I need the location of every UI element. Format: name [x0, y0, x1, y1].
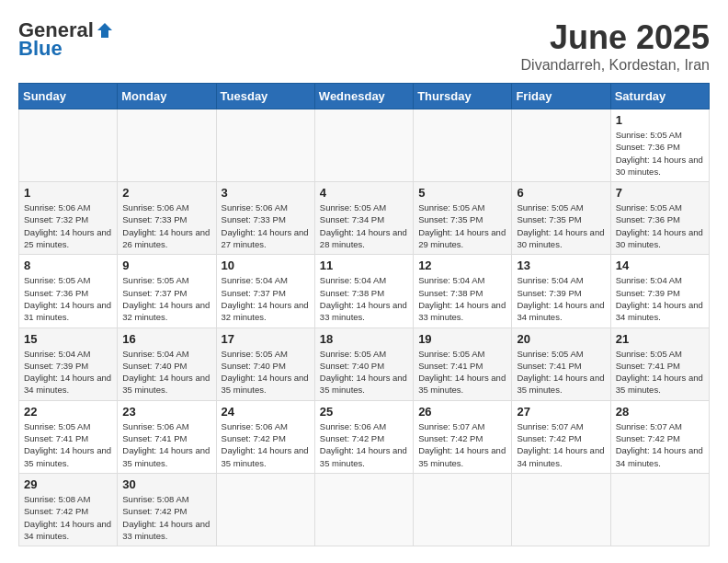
calendar-cell [610, 473, 709, 546]
page-header: General Blue June 2025 Divandarreh, Kord… [18, 18, 710, 74]
day-number: 10 [222, 259, 310, 272]
calendar-cell: 28 Sunrise: 5:07 AM Sunset: 7:42 PM Dayl… [610, 400, 709, 473]
calendar-cell: 12 Sunrise: 5:04 AM Sunset: 7:38 PM Dayl… [414, 255, 512, 327]
calendar-week-3: 8 Sunrise: 5:05 AM Sunset: 7:36 PM Dayli… [19, 255, 710, 327]
calendar-cell: 22 Sunrise: 5:05 AM Sunset: 7:41 PM Dayl… [19, 400, 118, 473]
day-number: 28 [616, 405, 704, 419]
day-number: 7 [616, 186, 704, 200]
calendar-cell: 4 Sunrise: 5:05 AM Sunset: 7:34 PM Dayli… [314, 182, 413, 255]
calendar-cell: 10 Sunrise: 5:04 AM Sunset: 7:37 PM Dayl… [216, 255, 314, 327]
day-info: Sunrise: 5:05 AM Sunset: 7:37 PM Dayligh… [122, 274, 210, 323]
calendar-cell: 26 Sunrise: 5:07 AM Sunset: 7:42 PM Dayl… [414, 400, 512, 473]
day-number: 9 [122, 259, 210, 272]
day-info: Sunrise: 5:06 AM Sunset: 7:42 PM Dayligh… [320, 420, 408, 469]
calendar-cell: 21 Sunrise: 5:05 AM Sunset: 7:41 PM Dayl… [610, 327, 709, 400]
svg-marker-0 [97, 23, 112, 38]
day-info: Sunrise: 5:05 AM Sunset: 7:36 PM Dayligh… [616, 129, 704, 178]
day-number: 22 [24, 405, 112, 419]
weekday-header-sunday: Sunday [19, 84, 118, 109]
logo-blue-text: Blue [18, 37, 63, 61]
day-info: Sunrise: 5:06 AM Sunset: 7:33 PM Dayligh… [122, 201, 210, 250]
day-number: 25 [320, 405, 408, 419]
day-number: 19 [418, 332, 506, 346]
day-number: 26 [418, 405, 506, 419]
day-number: 11 [320, 259, 408, 272]
day-info: Sunrise: 5:05 AM Sunset: 7:35 PM Dayligh… [517, 201, 605, 250]
calendar-cell [414, 109, 512, 182]
day-number: 17 [222, 332, 310, 346]
calendar-cell: 11 Sunrise: 5:04 AM Sunset: 7:38 PM Dayl… [314, 255, 413, 327]
day-number: 14 [616, 259, 704, 272]
day-info: Sunrise: 5:04 AM Sunset: 7:39 PM Dayligh… [616, 274, 704, 323]
day-number: 6 [517, 186, 605, 200]
day-info: Sunrise: 5:06 AM Sunset: 7:41 PM Dayligh… [122, 420, 210, 469]
day-info: Sunrise: 5:04 AM Sunset: 7:39 PM Dayligh… [517, 274, 605, 323]
calendar-cell: 3 Sunrise: 5:06 AM Sunset: 7:33 PM Dayli… [216, 182, 314, 255]
calendar-cell: 16 Sunrise: 5:04 AM Sunset: 7:40 PM Dayl… [118, 327, 216, 400]
calendar-cell: 2 Sunrise: 5:06 AM Sunset: 7:33 PM Dayli… [118, 182, 216, 255]
day-number: 5 [418, 186, 506, 200]
calendar-cell: 14 Sunrise: 5:04 AM Sunset: 7:39 PM Dayl… [610, 255, 709, 327]
day-number: 8 [24, 259, 112, 272]
day-info: Sunrise: 5:05 AM Sunset: 7:36 PM Dayligh… [24, 274, 112, 323]
day-info: Sunrise: 5:04 AM Sunset: 7:40 PM Dayligh… [122, 348, 210, 396]
day-number: 13 [517, 259, 605, 272]
location-title: Divandarreh, Kordestan, Iran [521, 57, 710, 74]
calendar-cell: 8 Sunrise: 5:05 AM Sunset: 7:36 PM Dayli… [19, 255, 118, 327]
calendar-cell: 15 Sunrise: 5:04 AM Sunset: 7:39 PM Dayl… [19, 327, 118, 400]
calendar-week-5: 22 Sunrise: 5:05 AM Sunset: 7:41 PM Dayl… [19, 400, 710, 473]
logo: General Blue [18, 18, 114, 61]
calendar-cell: 17 Sunrise: 5:05 AM Sunset: 7:40 PM Dayl… [216, 327, 314, 400]
weekday-header-monday: Monday [118, 84, 216, 109]
calendar-cell: 27 Sunrise: 5:07 AM Sunset: 7:42 PM Dayl… [512, 400, 610, 473]
day-info: Sunrise: 5:08 AM Sunset: 7:42 PM Dayligh… [24, 493, 112, 542]
weekday-header-wednesday: Wednesday [314, 84, 413, 109]
calendar-week-6: 29 Sunrise: 5:08 AM Sunset: 7:42 PM Dayl… [19, 473, 710, 546]
day-number: 3 [222, 186, 310, 200]
day-info: Sunrise: 5:05 AM Sunset: 7:41 PM Dayligh… [517, 348, 605, 396]
day-number: 21 [616, 332, 704, 346]
day-number: 4 [320, 186, 408, 200]
calendar-cell: 24 Sunrise: 5:06 AM Sunset: 7:42 PM Dayl… [216, 400, 314, 473]
calendar-cell [19, 109, 118, 182]
calendar-cell: 20 Sunrise: 5:05 AM Sunset: 7:41 PM Dayl… [512, 327, 610, 400]
day-number: 23 [122, 405, 210, 419]
calendar-cell [314, 473, 413, 546]
day-info: Sunrise: 5:06 AM Sunset: 7:32 PM Dayligh… [24, 201, 112, 250]
day-number: 18 [320, 332, 408, 346]
day-info: Sunrise: 5:08 AM Sunset: 7:42 PM Dayligh… [122, 493, 210, 542]
weekday-header-saturday: Saturday [610, 84, 709, 109]
calendar-cell: 1 Sunrise: 5:05 AM Sunset: 7:36 PM Dayli… [610, 109, 709, 182]
day-number: 20 [517, 332, 605, 346]
day-number: 12 [418, 259, 506, 272]
calendar-cell: 19 Sunrise: 5:05 AM Sunset: 7:41 PM Dayl… [414, 327, 512, 400]
day-info: Sunrise: 5:07 AM Sunset: 7:42 PM Dayligh… [616, 420, 704, 469]
day-info: Sunrise: 5:04 AM Sunset: 7:38 PM Dayligh… [320, 274, 408, 323]
day-number: 1 [24, 186, 112, 200]
calendar-cell: 6 Sunrise: 5:05 AM Sunset: 7:35 PM Dayli… [512, 182, 610, 255]
calendar-cell: 30 Sunrise: 5:08 AM Sunset: 7:42 PM Dayl… [118, 473, 216, 546]
month-title: June 2025 [521, 18, 710, 57]
day-info: Sunrise: 5:05 AM Sunset: 7:34 PM Dayligh… [320, 201, 408, 250]
day-info: Sunrise: 5:06 AM Sunset: 7:42 PM Dayligh… [222, 420, 310, 469]
calendar-cell: 13 Sunrise: 5:04 AM Sunset: 7:39 PM Dayl… [512, 255, 610, 327]
day-info: Sunrise: 5:05 AM Sunset: 7:40 PM Dayligh… [320, 348, 408, 396]
day-info: Sunrise: 5:04 AM Sunset: 7:38 PM Dayligh… [418, 274, 506, 323]
day-info: Sunrise: 5:05 AM Sunset: 7:41 PM Dayligh… [616, 348, 704, 396]
day-info: Sunrise: 5:05 AM Sunset: 7:36 PM Dayligh… [616, 201, 704, 250]
day-number: 16 [122, 332, 210, 346]
title-block: June 2025 Divandarreh, Kordestan, Iran [521, 18, 710, 74]
calendar-cell [512, 473, 610, 546]
calendar-cell: 5 Sunrise: 5:05 AM Sunset: 7:35 PM Dayli… [414, 182, 512, 255]
calendar-cell: 23 Sunrise: 5:06 AM Sunset: 7:41 PM Dayl… [118, 400, 216, 473]
day-number: 15 [24, 332, 112, 346]
day-info: Sunrise: 5:07 AM Sunset: 7:42 PM Dayligh… [418, 420, 506, 469]
day-info: Sunrise: 5:05 AM Sunset: 7:40 PM Dayligh… [222, 348, 310, 396]
calendar-cell [216, 109, 314, 182]
calendar-cell [314, 109, 413, 182]
calendar-cell [414, 473, 512, 546]
calendar-cell: 9 Sunrise: 5:05 AM Sunset: 7:37 PM Dayli… [118, 255, 216, 327]
calendar-table: SundayMondayTuesdayWednesdayThursdayFrid… [18, 83, 710, 546]
day-info: Sunrise: 5:04 AM Sunset: 7:39 PM Dayligh… [24, 348, 112, 396]
day-info: Sunrise: 5:05 AM Sunset: 7:41 PM Dayligh… [24, 420, 112, 469]
